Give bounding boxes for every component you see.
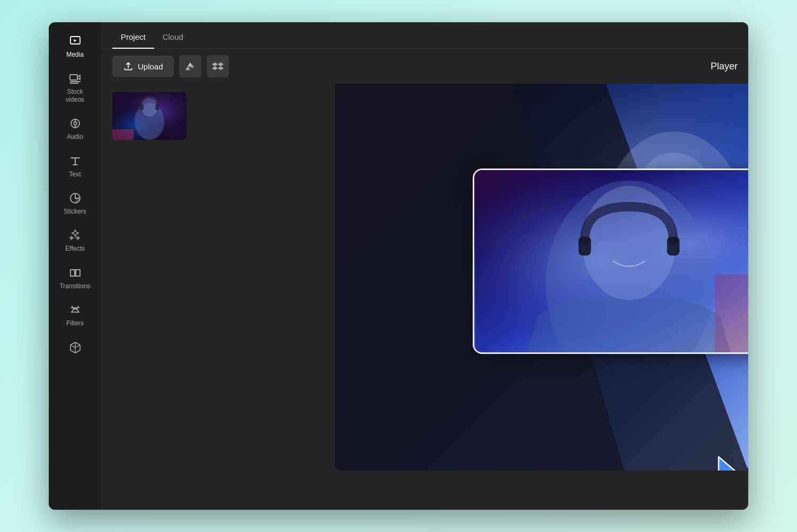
sidebar-item-media[interactable]: Media: [53, 29, 98, 64]
sidebar-item-stickers-label: Stickers: [64, 208, 86, 215]
svg-rect-15: [140, 104, 144, 110]
svg-rect-29: [667, 237, 680, 255]
thumbnail-decoration: [112, 92, 187, 140]
sidebar-item-media-label: Media: [66, 51, 84, 58]
media-area: [102, 84, 748, 510]
svg-marker-1: [74, 39, 76, 42]
sidebar-item-audio-label: Audio: [67, 133, 83, 140]
app-window: Media Stock videos: [49, 22, 748, 510]
svg-rect-16: [155, 104, 159, 110]
upload-icon: [123, 61, 134, 72]
sidebar-item-stickers[interactable]: Stickers: [53, 185, 98, 220]
stock-videos-icon: [68, 71, 83, 86]
media-thumbnail[interactable]: [112, 92, 187, 140]
thumbnail-image: [112, 92, 187, 140]
google-drive-button[interactable]: [179, 55, 201, 77]
filters-icon: [68, 303, 83, 317]
svg-rect-28: [579, 237, 591, 255]
sidebar-item-audio[interactable]: Audio: [53, 111, 98, 146]
sidebar-item-text[interactable]: Text: [53, 148, 98, 183]
transitions-icon: [68, 265, 83, 280]
tab-cloud[interactable]: Cloud: [154, 26, 192, 49]
sidebar-item-effects-label: Effects: [65, 245, 84, 252]
3d-icon: [68, 340, 83, 355]
zoom-card-image: [474, 170, 748, 352]
stickers-icon: [68, 191, 83, 206]
sidebar-item-transitions-label: Transitions: [59, 282, 90, 290]
text-icon: [68, 154, 83, 169]
svg-point-6: [74, 122, 77, 125]
sidebar-item-text-label: Text: [69, 171, 81, 178]
google-drive-icon: [184, 60, 196, 72]
audio-icon: [68, 116, 83, 131]
tabs-bar: Project Cloud: [102, 22, 748, 49]
player-area: [335, 84, 748, 471]
sidebar-item-filters-label: Filters: [66, 320, 84, 327]
sidebar-item-3d[interactable]: [53, 335, 98, 360]
zoom-card: [473, 169, 748, 354]
player-label: Player: [711, 61, 738, 72]
svg-rect-17: [112, 129, 134, 140]
dropbox-icon: [212, 60, 224, 72]
svg-rect-2: [70, 75, 77, 80]
cursor-svg: [716, 455, 748, 471]
toolbar: Upload Player: [102, 49, 748, 84]
zoom-card-svg: [474, 170, 748, 352]
main-content: Project Cloud Upload: [102, 22, 748, 510]
effects-icon: [68, 228, 83, 243]
sidebar-item-stock-videos[interactable]: Stock videos: [53, 66, 98, 109]
sidebar-item-effects[interactable]: Effects: [53, 223, 98, 258]
svg-rect-30: [715, 274, 748, 352]
dropbox-button[interactable]: [207, 55, 229, 77]
tab-project[interactable]: Project: [112, 26, 154, 49]
sidebar-item-stock-videos-label: Stock videos: [57, 88, 93, 103]
sidebar-item-filters[interactable]: Filters: [53, 297, 98, 332]
upload-button[interactable]: Upload: [112, 56, 174, 77]
media-icon: [68, 34, 83, 49]
sidebar-item-transitions[interactable]: Transitions: [53, 260, 98, 295]
sidebar: Media Stock videos: [49, 22, 102, 510]
